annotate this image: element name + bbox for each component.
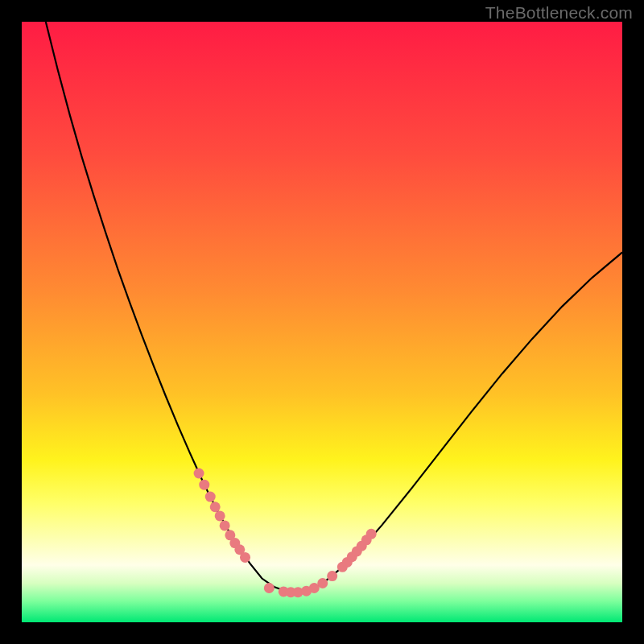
highlight-dot	[317, 578, 328, 588]
highlight-dot	[240, 552, 250, 563]
plot-background	[22, 22, 622, 622]
highlight-dot	[199, 480, 209, 490]
highlight-dot	[194, 468, 204, 478]
highlight-dot	[215, 510, 225, 521]
bottleneck-chart	[0, 0, 644, 644]
highlight-dot	[205, 492, 216, 502]
highlight-dot	[220, 520, 230, 530]
highlight-dot	[327, 571, 337, 581]
chart-stage: TheBottleneck.com	[0, 0, 644, 644]
highlight-dot	[210, 502, 221, 512]
highlight-dot	[264, 583, 275, 593]
watermark-text: TheBottleneck.com	[485, 3, 633, 23]
highlight-dot	[366, 529, 377, 539]
